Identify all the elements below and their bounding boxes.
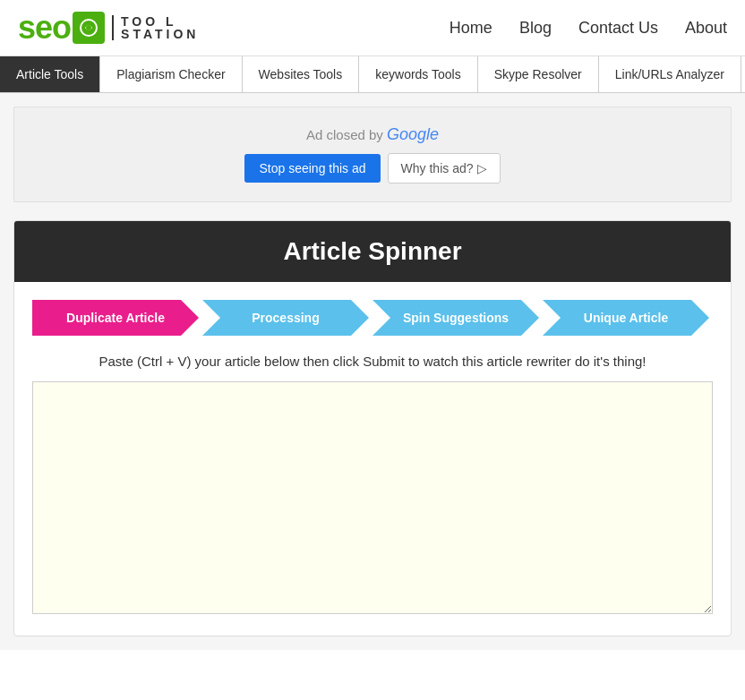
nav-about[interactable]: About — [685, 19, 727, 38]
ad-box: Ad closed by Google Stop seeing this ad … — [13, 107, 732, 202]
tab-ranke[interactable]: Ranke... — [741, 56, 745, 92]
main-nav: Home Blog Contact Us About — [450, 19, 727, 38]
spinner-instructions: Paste (Ctrl + V) your article below then… — [32, 354, 713, 369]
ad-closed-prefix: Ad closed by — [306, 127, 383, 142]
step-unique-label: Unique Article — [584, 311, 668, 325]
spinner-body: Duplicate Article Processing Spin Sugges… — [14, 282, 731, 636]
tab-keywords[interactable]: keywords Tools — [359, 56, 477, 92]
step-processing[interactable]: Processing — [202, 300, 369, 336]
tab-bar: Article Tools Plagiarism Checker Website… — [0, 56, 745, 93]
logo-seo: seo — [18, 9, 71, 47]
why-ad-icon: ▷ — [477, 161, 487, 175]
article-input[interactable] — [32, 381, 713, 614]
spinner-title: Article Spinner — [14, 221, 731, 282]
tab-links[interactable]: Link/URLs Analyzer — [599, 56, 741, 92]
tab-websites-tools[interactable]: Websites Tools — [243, 56, 360, 92]
ad-controls: Stop seeing this ad Why this ad? ▷ — [32, 153, 713, 184]
why-ad-button[interactable]: Why this ad? ▷ — [388, 153, 501, 184]
spinner-section: Article Spinner Duplicate Article Proces… — [13, 220, 732, 636]
tab-skype[interactable]: Skype Resolver — [478, 56, 599, 92]
header: seo TOO L STATION Home Blog Contact Us A… — [0, 0, 745, 56]
nav-blog[interactable]: Blog — [519, 19, 552, 38]
logo-icon — [73, 12, 105, 44]
tab-plagiarism[interactable]: Plagiarism Checker — [100, 56, 242, 92]
logo-station: TOO L STATION — [112, 15, 199, 40]
tab-article-tools[interactable]: Article Tools — [0, 56, 100, 92]
svg-point-1 — [86, 25, 91, 30]
logo-tool: TOO L — [121, 15, 199, 28]
step-processing-label: Processing — [252, 311, 319, 325]
step-duplicate[interactable]: Duplicate Article — [32, 300, 199, 336]
main-content: Ad closed by Google Stop seeing this ad … — [0, 93, 745, 650]
step-unique[interactable]: Unique Article — [543, 300, 709, 336]
why-ad-label: Why this ad? — [401, 161, 474, 175]
nav-home[interactable]: Home — [450, 19, 492, 38]
step-spin[interactable]: Spin Suggestions — [372, 300, 539, 336]
steps-bar: Duplicate Article Processing Spin Sugges… — [32, 300, 713, 336]
step-spin-label: Spin Suggestions — [403, 311, 509, 325]
stop-seeing-button[interactable]: Stop seeing this ad — [244, 154, 380, 183]
ad-closed-text: Ad closed by Google — [32, 125, 713, 144]
nav-contact[interactable]: Contact Us — [578, 19, 658, 38]
ad-google-brand: Google — [387, 125, 439, 143]
logo: seo TOO L STATION — [18, 9, 199, 47]
step-duplicate-label: Duplicate Article — [66, 311, 165, 325]
logo-station-text: STATION — [121, 28, 199, 40]
